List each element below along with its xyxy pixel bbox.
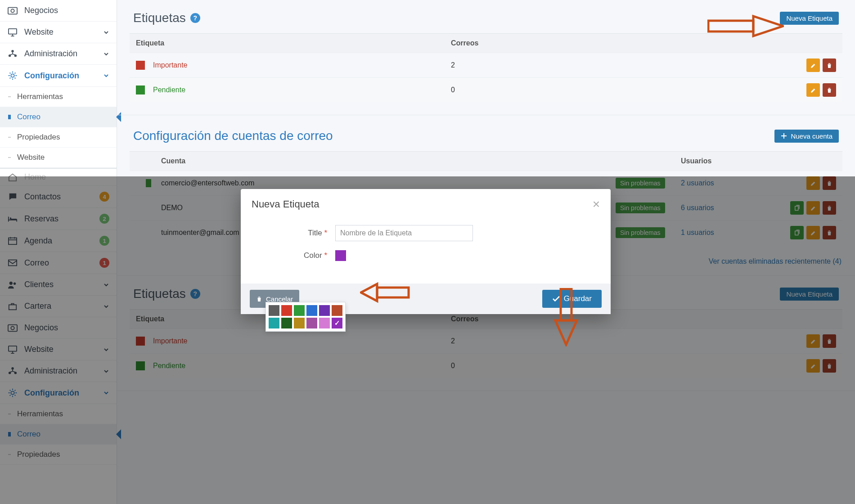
sidebar-item-website[interactable]: Website: [0, 22, 117, 43]
field-label-title: Title: [308, 229, 322, 237]
field-label-color: Color: [304, 251, 322, 260]
help-icon[interactable]: ?: [190, 13, 200, 23]
annotation-arrow: [360, 281, 423, 304]
required-mark: *: [324, 251, 327, 260]
gear-icon: [7, 71, 18, 81]
sidebar-sub-label: Website: [17, 153, 45, 162]
palette-swatch[interactable]: [269, 305, 279, 316]
color-palette: [266, 302, 346, 332]
chevron-down-icon: [103, 72, 109, 79]
th-correos: Correos: [451, 39, 836, 47]
annotation-arrow: [707, 13, 784, 40]
tag-count: 0: [451, 86, 806, 94]
palette-swatch[interactable]: [306, 318, 317, 328]
sidebar-sub-herramientas[interactable]: Herramientas: [0, 87, 117, 107]
required-mark: *: [324, 229, 327, 237]
edit-button[interactable]: [806, 83, 820, 97]
sidebar-item-label: Configuración: [24, 71, 103, 81]
color-picker[interactable]: [335, 250, 346, 261]
palette-swatch[interactable]: [281, 318, 292, 328]
chevron-down-icon: [103, 51, 109, 57]
sidebar-item-label: Negocios: [24, 6, 109, 15]
sidebar-sub-website[interactable]: Website: [0, 148, 117, 168]
svg-rect-25: [561, 289, 572, 320]
svg-point-1: [11, 9, 14, 12]
svg-point-6: [11, 74, 14, 77]
page-title: Etiquetas: [133, 11, 186, 25]
palette-swatch[interactable]: [332, 305, 342, 316]
palette-swatch[interactable]: [306, 305, 317, 316]
table-row: Pendiente 0: [130, 77, 842, 102]
th-cuenta: Cuenta: [161, 157, 616, 165]
org-icon: [7, 50, 18, 58]
sidebar-item-label: Administración: [24, 49, 103, 58]
sidebar-item-administracion[interactable]: Administración: [0, 43, 117, 65]
svg-rect-0: [8, 7, 17, 14]
tags-table: Etiqueta Correos Importante 2 Pendiente …: [130, 33, 842, 102]
svg-point-3: [11, 50, 14, 52]
palette-swatch[interactable]: [319, 318, 330, 328]
sidebar-sub-label: Propiedades: [17, 133, 60, 141]
palette-swatch[interactable]: [332, 318, 342, 328]
new-account-button[interactable]: Nueva cuenta: [774, 130, 839, 143]
page-title: Configuración de cuentas de correo: [133, 129, 333, 143]
svg-rect-2: [9, 28, 17, 34]
modal-title: Nueva Etiqueta: [252, 198, 319, 210]
tag-name[interactable]: Pendiente: [153, 86, 185, 94]
chevron-down-icon: [103, 29, 109, 36]
palette-swatch[interactable]: [319, 305, 330, 316]
tag-name[interactable]: Importante: [153, 61, 187, 69]
modal-close-button[interactable]: ×: [593, 198, 600, 211]
money-icon: [7, 7, 18, 15]
palette-swatch[interactable]: [281, 305, 292, 316]
sidebar-item-configuracion[interactable]: Configuración: [0, 65, 117, 87]
delete-button[interactable]: [823, 83, 836, 97]
tag-count: 2: [451, 61, 806, 69]
monitor-icon: [7, 28, 18, 37]
th-etiqueta: Etiqueta: [136, 39, 451, 47]
svg-rect-24: [377, 288, 409, 297]
sidebar-item-negocios[interactable]: Negocios: [0, 0, 117, 22]
sidebar-sub-label: Correo: [17, 112, 40, 121]
sidebar-item-label: Website: [24, 27, 103, 37]
color-swatch: [136, 61, 145, 70]
svg-rect-23: [708, 21, 753, 32]
palette-swatch[interactable]: [294, 305, 305, 316]
edit-button[interactable]: [806, 58, 820, 72]
th-usuarios: Usuarios: [681, 157, 836, 165]
palette-swatch[interactable]: [294, 318, 305, 328]
new-tag-button[interactable]: Nueva Etiqueta: [780, 12, 839, 25]
sidebar-sub-propiedades[interactable]: Propiedades: [0, 127, 117, 148]
tag-title-input[interactable]: [335, 225, 473, 241]
table-row: Importante 2: [130, 53, 842, 77]
color-swatch: [136, 86, 145, 94]
delete-button[interactable]: [823, 58, 836, 72]
sidebar-sub-label: Herramientas: [17, 92, 63, 101]
sidebar-sub-correo[interactable]: Correo: [0, 107, 117, 127]
annotation-arrow: [553, 288, 580, 346]
palette-swatch[interactable]: [269, 318, 279, 328]
